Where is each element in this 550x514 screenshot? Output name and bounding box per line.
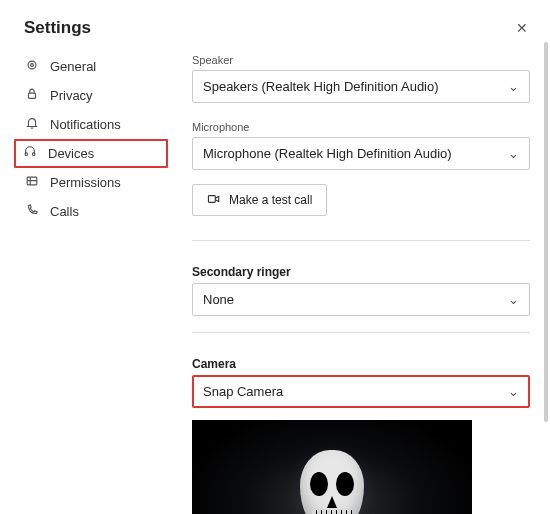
- camera-value: Snap Camera: [203, 384, 283, 399]
- headset-icon: [22, 145, 38, 162]
- close-button[interactable]: ✕: [514, 18, 530, 38]
- sidebar-item-general[interactable]: General: [16, 52, 166, 81]
- sidebar-item-label: General: [50, 59, 96, 74]
- page-title: Settings: [24, 18, 91, 38]
- divider: [192, 332, 530, 333]
- microphone-label: Microphone: [192, 121, 530, 133]
- svg-point-1: [31, 64, 34, 67]
- settings-content: Speaker Speakers (Realtek High Definitio…: [174, 46, 550, 514]
- svg-rect-4: [33, 153, 35, 156]
- sidebar-item-label: Permissions: [50, 175, 121, 190]
- microphone-select[interactable]: Microphone (Realtek High Definition Audi…: [192, 137, 530, 170]
- chevron-down-icon: ⌄: [508, 79, 519, 94]
- close-icon: ✕: [516, 20, 528, 36]
- svg-point-0: [28, 61, 36, 69]
- bell-icon: [24, 116, 40, 133]
- scrollbar[interactable]: [544, 42, 548, 422]
- sidebar-item-label: Calls: [50, 204, 79, 219]
- sidebar-item-privacy[interactable]: Privacy: [16, 81, 166, 110]
- sidebar: General Privacy Notifications Devices Pe…: [0, 46, 174, 514]
- svg-rect-6: [208, 196, 215, 203]
- sidebar-item-notifications[interactable]: Notifications: [16, 110, 166, 139]
- sidebar-item-label: Privacy: [50, 88, 93, 103]
- sidebar-item-permissions[interactable]: Permissions: [16, 168, 166, 197]
- permissions-icon: [24, 174, 40, 191]
- preview-image: [300, 450, 364, 514]
- secondary-ringer-value: None: [203, 292, 234, 307]
- lock-icon: [24, 87, 40, 104]
- camera-label: Camera: [192, 357, 530, 371]
- speaker-select[interactable]: Speakers (Realtek High Definition Audio)…: [192, 70, 530, 103]
- video-call-icon: [207, 192, 221, 208]
- sidebar-item-label: Devices: [48, 146, 94, 161]
- microphone-value: Microphone (Realtek High Definition Audi…: [203, 146, 452, 161]
- gear-icon: [24, 58, 40, 75]
- divider: [192, 240, 530, 241]
- sidebar-item-devices[interactable]: Devices: [14, 139, 168, 168]
- camera-preview: Preview: [192, 420, 472, 514]
- sidebar-item-label: Notifications: [50, 117, 121, 132]
- speaker-value: Speakers (Realtek High Definition Audio): [203, 79, 439, 94]
- svg-rect-3: [25, 153, 27, 156]
- sidebar-item-calls[interactable]: Calls: [16, 197, 166, 226]
- test-call-button[interactable]: Make a test call: [192, 184, 327, 216]
- svg-rect-2: [29, 93, 36, 98]
- secondary-ringer-label: Secondary ringer: [192, 265, 530, 279]
- chevron-down-icon: ⌄: [508, 384, 519, 399]
- test-call-label: Make a test call: [229, 193, 312, 207]
- phone-icon: [24, 203, 40, 220]
- camera-select[interactable]: Snap Camera ⌄: [192, 375, 530, 408]
- chevron-down-icon: ⌄: [508, 292, 519, 307]
- chevron-down-icon: ⌄: [508, 146, 519, 161]
- secondary-ringer-select[interactable]: None ⌄: [192, 283, 530, 316]
- speaker-label: Speaker: [192, 54, 530, 66]
